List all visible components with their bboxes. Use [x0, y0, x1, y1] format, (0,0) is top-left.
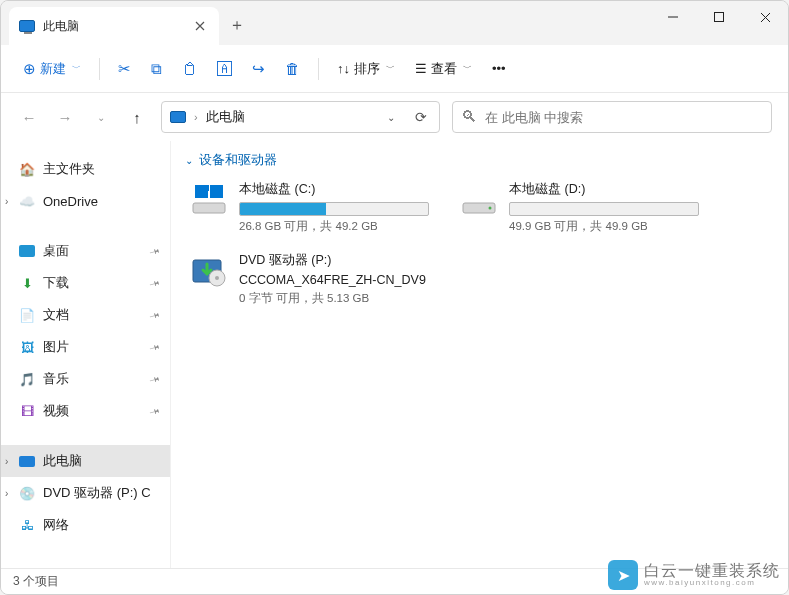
close-button[interactable] — [742, 1, 788, 33]
pin-icon: 📌︎ — [147, 339, 163, 355]
svg-rect-7 — [195, 185, 201, 191]
sidebar-item-pictures[interactable]: 🖼 图片 📌︎ — [1, 331, 170, 363]
search-input[interactable] — [485, 110, 763, 125]
documents-icon: 📄 — [19, 307, 35, 323]
sidebar-item-thispc[interactable]: › 此电脑 — [1, 445, 170, 477]
svg-rect-8 — [202, 185, 209, 191]
separator — [99, 58, 100, 80]
sidebar-item-music[interactable]: 🎵 音乐 📌︎ — [1, 363, 170, 395]
watermark-title: 白云一键重装系统 — [644, 563, 780, 579]
search-box[interactable]: 🔍︎ — [452, 101, 772, 133]
tab-close-button[interactable] — [191, 17, 209, 35]
drive-usage-bar — [509, 202, 699, 216]
address-bar[interactable]: › 此电脑 ⌄ ⟳ — [161, 101, 440, 133]
copy-button[interactable]: ⧉ — [143, 53, 170, 85]
new-label: 新建 — [40, 60, 66, 78]
item-count: 3 个项目 — [13, 573, 59, 590]
pin-icon: 📌︎ — [147, 275, 163, 291]
drives-list: 本地磁盘 (C:) 26.8 GB 可用，共 49.2 GB 本地磁盘 (D:)… — [185, 177, 774, 310]
breadcrumb[interactable]: 此电脑 — [206, 108, 373, 126]
cut-button[interactable]: ✂ — [110, 53, 139, 85]
network-icon: 🖧 — [19, 517, 35, 533]
section-header-devices[interactable]: ⌄ 设备和驱动器 — [185, 151, 774, 169]
drive-usage-bar — [239, 202, 429, 216]
tab-title: 此电脑 — [43, 18, 191, 35]
chevron-down-icon: ﹀ — [72, 62, 81, 75]
sidebar: 🏠 主文件夹 › ☁️ OneDrive 桌面 📌︎ ⬇ 下载 📌︎ 📄 文档 … — [1, 141, 171, 568]
sidebar-item-home[interactable]: 🏠 主文件夹 — [1, 153, 170, 185]
share-icon: ↪ — [252, 60, 265, 78]
back-button[interactable]: ← — [17, 105, 41, 129]
sidebar-item-desktop[interactable]: 桌面 📌︎ — [1, 235, 170, 267]
chevron-right-icon: › — [5, 456, 8, 467]
view-label: 查看 — [431, 60, 457, 78]
sort-button[interactable]: ↑↓ 排序 ﹀ — [329, 53, 403, 85]
rename-icon: 🄰 — [217, 60, 232, 77]
thispc-icon — [19, 20, 35, 32]
thispc-icon — [19, 456, 35, 467]
sidebar-item-videos[interactable]: 🎞 视频 📌︎ — [1, 395, 170, 427]
paste-icon: 📋︎ — [182, 60, 197, 77]
minimize-button[interactable] — [650, 1, 696, 33]
sidebar-item-network[interactable]: 🖧 网络 — [1, 509, 170, 541]
delete-button[interactable]: 🗑︎ — [277, 53, 308, 85]
music-icon: 🎵 — [19, 371, 35, 387]
up-button[interactable]: ↑ — [125, 105, 149, 129]
desktop-icon — [19, 245, 35, 257]
drive-name: 本地磁盘 (C:) — [239, 181, 431, 198]
svg-rect-1 — [715, 13, 724, 22]
pin-icon: 📌︎ — [147, 307, 163, 323]
search-icon: 🔍︎ — [461, 108, 477, 126]
chevron-right-icon: › — [194, 111, 198, 123]
content-pane: ⌄ 设备和驱动器 本地磁盘 (C:) 26.8 GB 可用，共 49.2 G — [171, 141, 788, 568]
drive-item-c[interactable]: 本地磁盘 (C:) 26.8 GB 可用，共 49.2 GB — [185, 177, 435, 238]
address-dropdown[interactable]: ⌄ — [381, 112, 401, 123]
pin-icon: 📌︎ — [147, 243, 163, 259]
maximize-button[interactable] — [696, 1, 742, 33]
forward-button[interactable]: → — [53, 105, 77, 129]
svg-point-10 — [489, 207, 492, 210]
delete-icon: 🗑︎ — [285, 60, 300, 77]
sidebar-item-documents[interactable]: 📄 文档 📌︎ — [1, 299, 170, 331]
more-button[interactable]: ••• — [484, 53, 514, 85]
drive-name: 本地磁盘 (D:) — [509, 181, 701, 198]
drive-item-d[interactable]: 本地磁盘 (D:) 49.9 GB 可用，共 49.9 GB — [455, 177, 705, 238]
window-tab[interactable]: 此电脑 — [9, 7, 219, 45]
sort-label: 排序 — [354, 60, 380, 78]
cut-icon: ✂ — [118, 60, 131, 78]
refresh-button[interactable]: ⟳ — [409, 109, 433, 125]
titlebar: 此电脑 ＋ — [1, 1, 788, 45]
sidebar-item-dvd[interactable]: › 💿 DVD 驱动器 (P:) C — [1, 477, 170, 509]
system-drive-icon — [189, 181, 229, 221]
svg-point-13 — [215, 276, 219, 280]
new-icon: ⊕ — [23, 60, 36, 78]
svg-rect-6 — [210, 185, 223, 191]
onedrive-icon: ☁️ — [19, 193, 35, 209]
drive-item-dvd[interactable]: DVD 驱动器 (P:) CCCOMA_X64FRE_ZH-CN_DV9 0 字… — [185, 248, 435, 310]
chevron-down-icon: ﹀ — [386, 62, 395, 75]
navbar: ← → ⌄ ↑ › 此电脑 ⌄ ⟳ 🔍︎ — [1, 93, 788, 141]
chevron-down-icon: ⌄ — [185, 155, 193, 166]
chevron-right-icon: › — [5, 196, 8, 207]
share-button[interactable]: ↪ — [244, 53, 273, 85]
rename-button[interactable]: 🄰 — [209, 53, 240, 85]
new-button[interactable]: ⊕ 新建 ﹀ — [15, 53, 89, 85]
downloads-icon: ⬇ — [19, 275, 35, 291]
dvd-icon: 💿 — [19, 485, 35, 501]
main: 🏠 主文件夹 › ☁️ OneDrive 桌面 📌︎ ⬇ 下载 📌︎ 📄 文档 … — [1, 141, 788, 568]
sidebar-item-onedrive[interactable]: › ☁️ OneDrive — [1, 185, 170, 217]
drive-info: 0 字节 可用，共 5.13 GB — [239, 291, 431, 306]
thispc-icon — [170, 111, 186, 123]
view-button[interactable]: ☰ 查看 ﹀ — [407, 53, 480, 85]
chevron-right-icon: › — [5, 488, 8, 499]
videos-icon: 🎞 — [19, 403, 35, 419]
pin-icon: 📌︎ — [147, 371, 163, 387]
svg-rect-2 — [193, 203, 225, 213]
paste-button[interactable]: 📋︎ — [174, 53, 205, 85]
separator — [318, 58, 319, 80]
recent-button[interactable]: ⌄ — [89, 105, 113, 129]
sidebar-item-downloads[interactable]: ⬇ 下载 📌︎ — [1, 267, 170, 299]
watermark-url: www.baiyunxitong.com — [644, 579, 780, 587]
pin-icon: 📌︎ — [147, 403, 163, 419]
new-tab-button[interactable]: ＋ — [219, 7, 255, 43]
